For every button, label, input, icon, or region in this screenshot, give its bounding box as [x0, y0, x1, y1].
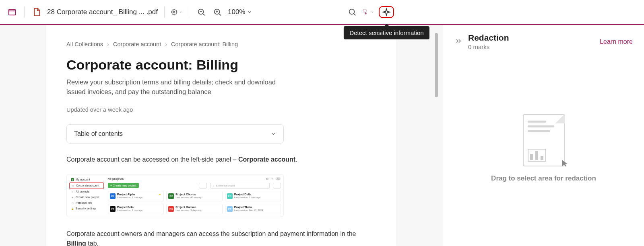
learn-more-link[interactable]: Learn more: [600, 38, 633, 45]
tooltip: Detect sensitive information: [344, 26, 429, 39]
detect-sensitive-button[interactable]: Detect sensitive information: [379, 6, 394, 18]
zoom-in-button[interactable]: [212, 6, 223, 18]
body-paragraph: Corporate account can be accessed on the…: [66, 155, 376, 164]
zoom-level-dropdown[interactable]: 100%: [228, 8, 252, 16]
scrollbar-thumb[interactable]: [435, 33, 438, 97]
embedded-screenshot: ■My account ◻Corporate account □All proj…: [66, 174, 284, 217]
chevron-down-icon: [371, 10, 374, 14]
svg-point-2: [173, 11, 175, 13]
redaction-hint: Drag to select area for redaction: [491, 174, 596, 182]
svg-line-9: [219, 13, 221, 15]
top-toolbar: 28 Corporate account_ Billing ... .pdf 1…: [0, 0, 644, 25]
project-card: PCProject ChorusLast session: 40 min ago: [166, 191, 222, 201]
chevron-down-icon: [270, 131, 276, 137]
search-button[interactable]: [347, 6, 358, 18]
page-title: Corporate account: Billing: [66, 57, 376, 73]
project-card: PDProject DeltaLast session: 1 hour ago: [225, 191, 281, 201]
pdf-file-icon: [31, 6, 42, 18]
svg-rect-12: [363, 10, 367, 12]
chevron-down-icon: [179, 10, 182, 14]
toc-label: Table of contents: [74, 130, 123, 137]
breadcrumb: All Collections › Corporate account › Co…: [66, 41, 376, 47]
panel-subtitle: 0 marks: [468, 43, 509, 50]
breadcrumb-item: Corporate account: Billing: [171, 41, 238, 47]
cursor-icon: [561, 159, 569, 169]
breadcrumb-item[interactable]: Corporate account: [113, 41, 161, 47]
main-area: All Collections › Corporate account › Co…: [0, 25, 644, 246]
updated-text: Updated over a week ago: [66, 107, 376, 113]
chevron-down-icon: [247, 9, 252, 15]
project-card: PTProject ThetaLast session: Feb 17, 202…: [225, 204, 281, 214]
redaction-panel: Redaction 0 marks Learn more Drag to sel…: [443, 25, 644, 246]
zoom-out-button[interactable]: [196, 6, 207, 18]
page-subtitle: Review your subscription terms and billi…: [66, 78, 292, 97]
document-viewport[interactable]: All Collections › Corporate account › Co…: [0, 25, 443, 246]
file-name: 28 Corporate account_ Billing ... .pdf: [47, 8, 158, 16]
redaction-illustration: [523, 114, 565, 166]
divider: [189, 6, 189, 18]
project-card: PGProject GammaLast session: 3 days ago: [166, 204, 222, 214]
settings-menu[interactable]: [171, 6, 182, 18]
divider: [164, 6, 165, 18]
project-card: PBProject BetaLast session: 1 day ago: [108, 204, 164, 214]
chevron-right-icon: ›: [107, 41, 109, 47]
chevron-right-icon: ›: [165, 41, 167, 47]
pdf-page: All Collections › Corporate account › Co…: [46, 25, 396, 246]
project-card: PAProject AlphaLast session: 1 min ago★: [108, 191, 164, 201]
zoom-label: 100%: [228, 8, 245, 16]
svg-point-10: [349, 9, 355, 14]
svg-line-11: [354, 13, 356, 15]
panel-title: Redaction: [468, 33, 509, 43]
breadcrumb-item[interactable]: All Collections: [66, 41, 103, 47]
table-of-contents-toggle[interactable]: Table of contents: [66, 124, 284, 144]
divider: [24, 6, 25, 18]
sidebar-toggle-icon[interactable]: [6, 6, 18, 18]
body-paragraph: Corporate account owners and managers ca…: [66, 229, 376, 246]
sparkle-icon: [382, 8, 391, 16]
svg-rect-0: [9, 9, 16, 15]
svg-line-5: [203, 13, 205, 15]
collapse-panel-button[interactable]: [454, 37, 462, 47]
redaction-select-tool[interactable]: [363, 6, 374, 18]
